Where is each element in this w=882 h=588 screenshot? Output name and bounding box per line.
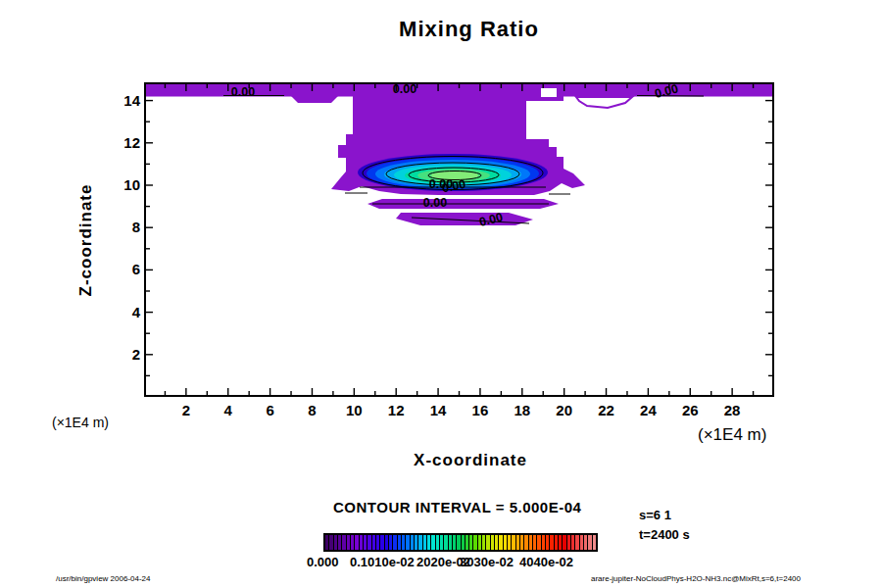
y-tick-label: 4 bbox=[101, 305, 140, 320]
y-axis-unit-label: (×1E4 m) bbox=[52, 415, 109, 430]
x-tick-label: 14 bbox=[421, 403, 455, 418]
y-tick-label: 14 bbox=[101, 93, 140, 109]
x-tick-label: 8 bbox=[295, 403, 328, 418]
chart-title: Mixing Ratio bbox=[154, 17, 784, 42]
y-tick-label: 2 bbox=[101, 347, 140, 363]
x-tick-label: 20 bbox=[548, 403, 581, 418]
x-tick-label: 24 bbox=[631, 403, 664, 418]
x-tick-label: 26 bbox=[673, 403, 707, 418]
x-tick-label: 2 bbox=[170, 403, 203, 418]
colorbar-tick-label: 4040e-02 bbox=[519, 555, 573, 569]
y-tick-label: 12 bbox=[101, 135, 140, 151]
colorbar-segment bbox=[593, 535, 596, 550]
x-tick-label: 6 bbox=[254, 403, 287, 418]
y-tick-label: 10 bbox=[101, 177, 140, 193]
slice-index-label: s=6 1 bbox=[639, 508, 671, 522]
x-tick-label: 12 bbox=[379, 403, 413, 418]
x-tick-label: 16 bbox=[464, 403, 497, 418]
y-axis-title: Z-coordinate bbox=[76, 184, 96, 297]
x-tick-label: 28 bbox=[715, 403, 749, 418]
x-axis-unit-label: (×1E4 m) bbox=[698, 425, 766, 445]
contour-zero-label: 0.00 bbox=[231, 85, 255, 99]
gpview-window: Mixing Ratio Z-coordinate X-coordinate (… bbox=[0, 0, 882, 588]
x-axis-title: X-coordinate bbox=[323, 451, 617, 470]
time-label: t=2400 s bbox=[639, 527, 690, 542]
colorbar-tick-label: 0.1010e-02 bbox=[350, 555, 415, 569]
x-tick-label: 4 bbox=[212, 403, 245, 418]
x-tick-label: 18 bbox=[506, 403, 539, 418]
colorbar bbox=[323, 533, 598, 552]
y-tick-label: 6 bbox=[101, 262, 140, 277]
x-tick-label: 10 bbox=[337, 403, 370, 418]
x-tick-label: 22 bbox=[590, 403, 623, 418]
footer-command-text: /usr/bin/gpview 2006-04-24 bbox=[56, 574, 151, 583]
contour-interval-text: CONTOUR INTERVAL = 5.000E-04 bbox=[333, 499, 581, 515]
y-tick-label: 8 bbox=[101, 220, 140, 235]
contour-zero-label: 0.00 bbox=[423, 196, 447, 210]
contour-plot-canvas: 0.000.000.000.000.000.000.00 bbox=[144, 82, 774, 397]
footer-filename-text: arare-jupiter-NoCloudPhys-H2O-NH3.nc@Mix… bbox=[591, 574, 831, 583]
colorbar-tick-label: 0.000 bbox=[307, 555, 339, 569]
colorbar-tick-label: 3030e-02 bbox=[460, 555, 514, 569]
